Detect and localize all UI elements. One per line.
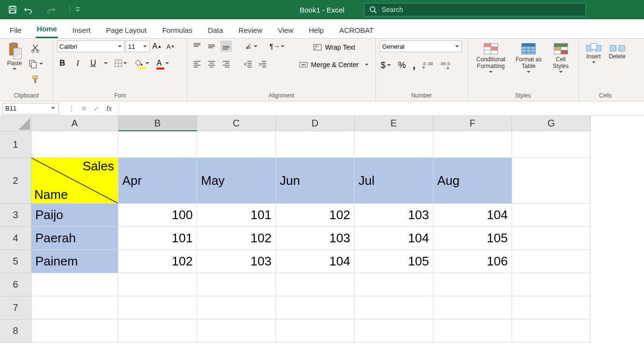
row-header-1[interactable]: 1 xyxy=(0,131,31,158)
undo-dropdown[interactable] xyxy=(37,3,43,16)
cell-G8[interactable] xyxy=(512,320,591,343)
cell-E7[interactable] xyxy=(355,296,433,320)
cell-A6[interactable] xyxy=(31,273,118,296)
cell-G2[interactable] xyxy=(512,158,591,204)
cell-D4[interactable]: 103 xyxy=(276,227,355,250)
column-header-G[interactable]: G xyxy=(512,116,591,131)
cell-E8[interactable] xyxy=(355,320,433,343)
underline-button[interactable]: U xyxy=(88,58,99,69)
format-as-table-button[interactable]: Format as Table xyxy=(512,41,545,75)
cell-F2[interactable]: Aug xyxy=(433,158,512,204)
align-top-button[interactable] xyxy=(191,41,203,52)
accounting-button[interactable]: $ xyxy=(380,59,392,71)
enter-formula-button[interactable]: ✓ xyxy=(92,105,101,112)
cell-C2[interactable]: May xyxy=(197,158,276,204)
tab-page-layout[interactable]: Page Layout xyxy=(105,22,147,38)
cell-F4[interactable]: 105 xyxy=(433,227,512,250)
save-button[interactable] xyxy=(6,3,19,16)
tab-acrobat[interactable]: ACROBAT xyxy=(338,22,374,38)
redo-dropdown[interactable] xyxy=(60,3,66,16)
cell-G4[interactable] xyxy=(512,227,591,250)
align-bottom-button[interactable] xyxy=(220,41,232,52)
cut-button[interactable] xyxy=(27,42,44,54)
conditional-formatting-button[interactable]: Conditional Formatting xyxy=(472,41,510,75)
paste-button[interactable]: Paste xyxy=(4,41,25,72)
align-middle-button[interactable] xyxy=(206,41,217,52)
orientation-button[interactable]: ab xyxy=(243,41,259,52)
cell-A3[interactable]: Paijo xyxy=(31,204,118,227)
align-right-button[interactable] xyxy=(220,58,232,70)
format-painter-button[interactable] xyxy=(27,73,44,85)
cell-F8[interactable] xyxy=(433,320,512,343)
column-header-E[interactable]: E xyxy=(355,116,433,131)
row-header-4[interactable]: 4 xyxy=(0,227,31,250)
cell-G3[interactable] xyxy=(512,204,591,227)
bold-button[interactable]: B xyxy=(57,58,68,69)
font-size-combo[interactable]: 11 xyxy=(126,41,150,52)
cell-C5[interactable]: 103 xyxy=(197,250,276,273)
wrap-text-button[interactable]: abc Wrap Text xyxy=(298,42,371,53)
tab-home[interactable]: Home xyxy=(36,21,58,38)
cell-C8[interactable] xyxy=(197,320,276,343)
row-header-7[interactable]: 7 xyxy=(0,296,31,320)
cell-G6[interactable] xyxy=(512,273,591,296)
cell-D2[interactable]: Jun xyxy=(276,158,355,204)
borders-button[interactable] xyxy=(113,58,129,69)
column-header-D[interactable]: D xyxy=(276,116,355,131)
increase-font-button[interactable]: A▲ xyxy=(151,41,163,52)
percent-button[interactable]: % xyxy=(397,59,407,71)
formula-input[interactable] xyxy=(119,103,644,114)
decrease-font-button[interactable]: A▼ xyxy=(164,42,177,51)
cell-E5[interactable]: 105 xyxy=(355,250,433,273)
cell-B7[interactable] xyxy=(118,296,197,320)
cell-E3[interactable]: 103 xyxy=(355,204,433,227)
undo-button[interactable] xyxy=(21,3,35,16)
column-header-A[interactable]: A xyxy=(31,116,118,131)
cell-E6[interactable] xyxy=(355,273,433,296)
select-all-corner[interactable] xyxy=(0,116,31,131)
copy-button[interactable] xyxy=(27,58,44,70)
align-left-button[interactable] xyxy=(191,58,203,70)
cell-F1[interactable] xyxy=(433,131,512,158)
tab-file[interactable]: File xyxy=(9,22,22,38)
cell-A8[interactable] xyxy=(31,320,118,343)
cell-B5[interactable]: 102 xyxy=(118,250,197,273)
row-header-2[interactable]: 2 xyxy=(0,158,31,204)
row-header-6[interactable]: 6 xyxy=(0,273,31,296)
cell-D6[interactable] xyxy=(276,273,355,296)
cell-A5[interactable]: Painem xyxy=(31,250,118,273)
cell-B3[interactable]: 100 xyxy=(118,204,197,227)
italic-button[interactable]: I xyxy=(72,58,83,69)
cell-D8[interactable] xyxy=(276,320,355,343)
cell-B6[interactable] xyxy=(118,273,197,296)
cell-A7[interactable] xyxy=(31,296,118,320)
align-center-button[interactable] xyxy=(206,58,217,70)
decrease-indent-button[interactable] xyxy=(243,58,254,70)
column-header-C[interactable]: C xyxy=(197,116,276,131)
row-header-8[interactable]: 8 xyxy=(0,320,31,343)
column-header-B[interactable]: B xyxy=(118,116,197,131)
cell-C1[interactable] xyxy=(197,131,276,158)
delete-cells-button[interactable]: Delete xyxy=(606,41,628,61)
font-color-button[interactable]: A xyxy=(156,58,171,69)
decrease-decimal-button[interactable]: .00.0 xyxy=(439,59,451,71)
increase-decimal-button[interactable]: .0.00 xyxy=(421,59,434,71)
cell-F3[interactable]: 104 xyxy=(433,204,512,227)
cell-E2[interactable]: Jul xyxy=(355,158,433,204)
cell-G1[interactable] xyxy=(512,131,591,158)
search-box[interactable] xyxy=(364,3,586,16)
tab-formulas[interactable]: Formulas xyxy=(161,22,194,38)
comma-button[interactable]: , xyxy=(412,58,416,72)
cell-D3[interactable]: 102 xyxy=(276,204,355,227)
font-name-combo[interactable]: Calibri xyxy=(57,41,125,52)
cell-B4[interactable]: 101 xyxy=(118,227,197,250)
merge-center-button[interactable]: Merge & Center xyxy=(298,59,371,70)
cell-B2[interactable]: Apr xyxy=(118,158,197,204)
cell-A2[interactable]: SalesName xyxy=(31,158,118,204)
tab-data[interactable]: Data xyxy=(207,22,224,38)
cell-G5[interactable] xyxy=(512,250,591,273)
customize-qat[interactable] xyxy=(74,3,82,16)
row-header-3[interactable]: 3 xyxy=(0,204,31,227)
cell-C6[interactable] xyxy=(197,273,276,296)
underline-dropdown[interactable] xyxy=(103,61,108,66)
